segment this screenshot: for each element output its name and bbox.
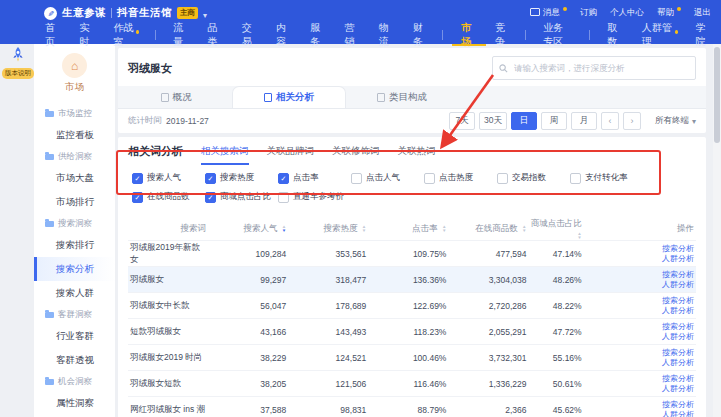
crowd-analysis-link[interactable]: 人群分析 — [586, 332, 694, 342]
search-analysis-link[interactable]: 搜索分析 — [586, 374, 694, 384]
nav-item[interactable]: 财务 — [404, 24, 452, 46]
sidebar-item[interactable]: 搜索排行 — [34, 233, 115, 257]
sidebar-item[interactable]: 机会洞察 — [34, 372, 115, 391]
crowd-analysis-link[interactable]: 人群分析 — [586, 254, 694, 264]
chevron-down-icon[interactable] — [203, 4, 207, 22]
quick-link[interactable]: 帮助 — [657, 7, 681, 19]
nav-item[interactable]: 学院 — [687, 24, 721, 46]
actions-cell: 搜索分析 人群分析 — [584, 345, 696, 371]
nav-item[interactable]: 人群管理 — [633, 24, 687, 46]
search-analysis-link[interactable]: 搜索分析 — [586, 270, 694, 280]
sidebar-item[interactable]: 搜索分析 — [34, 257, 115, 281]
sidebar-item[interactable]: 搜索洞察 — [34, 214, 115, 233]
tab[interactable]: 类目构成 — [346, 87, 458, 108]
quick-link[interactable]: 退出 — [694, 7, 711, 19]
crowd-analysis-link[interactable]: 人群分析 — [586, 280, 694, 290]
scrollbar[interactable] — [713, 44, 721, 417]
metric-checkbox[interactable]: 点击人气 — [351, 172, 424, 184]
nav-item[interactable]: 首页 — [36, 24, 70, 46]
column-header[interactable]: 在线商品数 — [448, 218, 528, 241]
nav-item[interactable]: 服务 — [301, 24, 335, 46]
nav-item[interactable]: 实时 — [70, 24, 104, 46]
sidebar-item[interactable]: 属性洞察 — [34, 391, 115, 415]
subtab[interactable]: 关联修饰词 — [332, 137, 380, 165]
crowd-analysis-link[interactable]: 人群分析 — [586, 358, 694, 368]
sidebar-item[interactable]: 客群洞察 — [34, 305, 115, 324]
date-range-buttons: 7天 30天 日 周 月 — [449, 112, 597, 130]
sidebar-item[interactable]: 搜索人群 — [34, 281, 115, 305]
crowd-analysis-link[interactable]: 人群分析 — [586, 410, 694, 417]
doc-icon — [264, 93, 272, 102]
column-header[interactable]: 操作 — [584, 218, 696, 241]
version-widget[interactable]: 版本说明 — [2, 46, 34, 79]
column-header[interactable]: 搜索人气 — [208, 218, 288, 241]
sidebar-item[interactable]: 市场大盘 — [34, 166, 115, 190]
next-button[interactable] — [623, 112, 641, 130]
rocket-icon[interactable] — [10, 46, 26, 67]
search-analysis-link[interactable]: 搜索分析 — [586, 244, 694, 254]
nav-item[interactable]: 内容 — [267, 24, 301, 46]
sidebar-item[interactable]: 行业客群 — [34, 324, 115, 348]
search-popularity-cell: 38,229 — [208, 345, 288, 371]
nav-item[interactable]: 品类 — [199, 24, 233, 46]
crowd-analysis-link[interactable]: 人群分析 — [586, 306, 694, 316]
checkbox-icon — [205, 173, 216, 184]
column-header[interactable]: 商城点击占比 — [529, 218, 584, 241]
nav-item[interactable]: 竞争 — [486, 24, 534, 46]
terminal-dropdown[interactable]: 所有终端 — [655, 115, 696, 127]
range-button[interactable]: 7天 — [449, 112, 475, 130]
sidebar-item[interactable]: 监控看板 — [34, 123, 115, 147]
scrollbar-thumb[interactable] — [714, 47, 720, 143]
sidebar-item[interactable]: 市场监控 — [34, 104, 115, 123]
metric-checkbox[interactable]: 搜索人气 — [132, 172, 205, 184]
click-rate-cell: 109.75% — [368, 241, 448, 267]
subtab[interactable]: 相关搜索词 — [201, 137, 249, 165]
sidebar-item[interactable]: 客群透视 — [34, 348, 115, 372]
mall-click-share-cell: 55.16% — [529, 345, 584, 371]
nav-item[interactable]: 交易 — [233, 24, 267, 46]
sidebar-item[interactable]: 市场排行 — [34, 190, 115, 214]
tab[interactable]: 相关分析 — [232, 86, 346, 108]
metric-checkbox[interactable]: 直通车参考价 — [278, 191, 351, 203]
nav-item[interactable]: 营销 — [335, 24, 369, 46]
subtab[interactable]: 关联热词 — [398, 137, 436, 165]
nav-item[interactable]: 业务专区 — [534, 24, 598, 46]
nav-item[interactable]: 作战室 — [104, 24, 164, 46]
nav-item[interactable]: 物流 — [370, 24, 404, 46]
range-button[interactable]: 月 — [571, 112, 597, 130]
table-row: 羽绒服女中长款 56,047 178,689 122.69% 2,720,286… — [128, 293, 696, 319]
column-header[interactable]: 搜索词 — [128, 218, 208, 241]
metric-checkbox[interactable]: 在线商品数 — [132, 191, 205, 203]
search-analysis-link[interactable]: 搜索分析 — [586, 400, 694, 410]
prev-button[interactable] — [601, 112, 619, 130]
metric-checkbox[interactable]: 交易指数 — [497, 172, 570, 184]
version-badge[interactable]: 版本说明 — [2, 68, 34, 79]
nav-item[interactable]: 市场 — [452, 24, 486, 46]
column-header[interactable]: 点击率 — [368, 218, 448, 241]
sidebar-item[interactable]: 供给洞察 — [34, 147, 115, 166]
crowd-analysis-link[interactable]: 人群分析 — [586, 384, 694, 394]
search-analysis-link[interactable]: 搜索分析 — [586, 296, 694, 306]
sort-icon — [577, 232, 581, 240]
search-input[interactable] — [512, 62, 689, 74]
nav-item[interactable]: 取数 — [598, 24, 632, 46]
tab[interactable]: 概况 — [120, 87, 232, 108]
quick-link[interactable]: 个人中心 — [610, 7, 644, 19]
range-button[interactable]: 日 — [511, 112, 537, 130]
metric-checkbox[interactable]: 点击热度 — [424, 172, 497, 184]
range-button[interactable]: 周 — [541, 112, 567, 130]
search-analysis-link[interactable]: 搜索分析 — [586, 322, 694, 332]
metric-checkbox[interactable]: 商城点击占比 — [205, 191, 278, 203]
subtab[interactable]: 关联品牌词 — [267, 137, 315, 165]
metric-checkbox[interactable]: 支付转化率 — [570, 172, 643, 184]
search-analysis-link[interactable]: 搜索分析 — [586, 348, 694, 358]
metric-checkbox[interactable]: 点击率 — [278, 172, 351, 184]
range-button[interactable]: 30天 — [479, 112, 507, 130]
quick-link[interactable]: 消息 — [530, 7, 567, 19]
mall-click-share-cell: 48.22% — [529, 293, 584, 319]
column-header[interactable]: 搜索热度 — [288, 218, 368, 241]
metric-checkbox[interactable]: 搜索热度 — [205, 172, 278, 184]
search-box[interactable] — [492, 56, 696, 80]
nav-item[interactable]: 流量 — [164, 24, 198, 46]
quick-link[interactable]: 订购 — [580, 7, 597, 19]
